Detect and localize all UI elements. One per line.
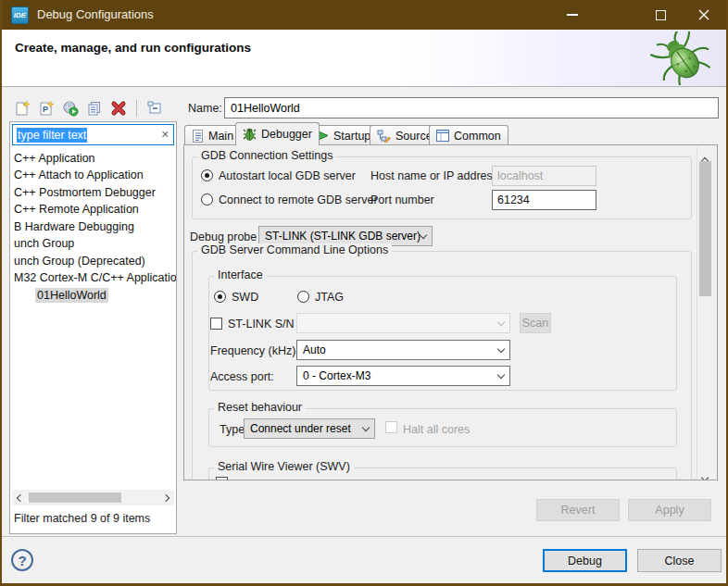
tree-hscrollbar[interactable] (12, 490, 174, 505)
svg-text:P: P (43, 105, 48, 114)
tree-item[interactable]: C++ Application (11, 150, 176, 167)
tree-item[interactable]: C++ Attach to Application (11, 167, 176, 183)
tree-item[interactable]: unch Group (11, 235, 176, 252)
radio-jtag[interactable] (297, 291, 309, 303)
new-configuration-button[interactable] (13, 99, 31, 118)
reset-type-select[interactable]: Connect under reset (244, 418, 375, 439)
close-icon (698, 9, 709, 20)
tab-debugger[interactable]: Debugger (235, 122, 320, 145)
window-title: Debug Configurations (37, 7, 154, 21)
close-dialog-button[interactable]: Close (637, 549, 722, 572)
minimize-icon (567, 14, 578, 16)
collapse-all-icon (146, 100, 163, 117)
halt-all-cores-checkbox[interactable] (385, 421, 397, 433)
group-title-interface: Interface (214, 268, 267, 281)
radio-autostart-label: Autostart local GDB server (219, 169, 356, 183)
tree-item[interactable]: M32 Cortex-M C/C++ Applicatio (11, 269, 176, 286)
tab-main[interactable]: Main (184, 125, 241, 145)
tree-item[interactable]: C++ Remote Application (11, 201, 176, 218)
access-port-select[interactable]: 0 - Cortex-M3 (296, 366, 510, 386)
host-input[interactable]: localhost (492, 166, 596, 186)
group-title-gdb-server: GDB Server Command Line Options (197, 243, 392, 256)
apply-button[interactable]: Apply (628, 499, 711, 521)
tree-item-selected[interactable]: 01HelloWorld (11, 287, 176, 304)
duplicate-button[interactable] (85, 99, 104, 118)
tab-label: Startup (333, 130, 370, 143)
group-title-reset: Reset behaviour (214, 401, 306, 414)
tree-item[interactable]: C++ Postmortem Debugger (11, 184, 176, 201)
jtag-label: JTAG (315, 291, 344, 305)
delete-button[interactable] (109, 99, 128, 118)
group-title-swv: Serial Wire Viewer (SWV) (214, 460, 354, 473)
new-prototype-icon: P (38, 100, 55, 117)
radio-connect-remote[interactable] (201, 193, 213, 206)
tab-label: Debugger (261, 128, 312, 141)
footer-separator (2, 536, 726, 537)
radio-autostart-gdb[interactable] (201, 169, 213, 181)
swd-label: SWD (232, 291, 258, 305)
collapse-all-button[interactable] (145, 99, 164, 118)
chevron-down-icon (362, 423, 370, 430)
scan-button[interactable]: Scan (520, 313, 551, 333)
name-input[interactable] (224, 97, 719, 118)
access-port-label: Access port: (210, 370, 274, 384)
scroll-left-icon[interactable] (12, 490, 27, 505)
scroll-down-icon[interactable] (702, 468, 708, 480)
delete-icon (110, 100, 127, 117)
source-tree-icon (377, 130, 391, 143)
tab-startup[interactable]: Startup (309, 125, 378, 145)
minimize-button[interactable] (551, 0, 594, 30)
port-input[interactable]: 61234 (492, 190, 596, 210)
stlink-sn-checkbox[interactable] (210, 318, 222, 330)
duplicate-icon (86, 100, 103, 117)
chevron-down-icon (497, 370, 505, 378)
frequency-select[interactable]: Auto (296, 340, 510, 360)
filter-clear-icon[interactable]: ✕ (161, 129, 169, 141)
help-button[interactable]: ? (11, 549, 33, 571)
scroll-right-icon[interactable] (159, 490, 174, 505)
left-panel: type filter text ✕ C++ Application C++ A… (9, 121, 177, 534)
filter-input[interactable]: type filter text ✕ (12, 124, 174, 145)
chevron-down-icon (497, 318, 505, 325)
debugger-tab-content: GDB Connection Settings Autostart local … (183, 144, 718, 480)
tab-label: Source (395, 130, 433, 143)
tab-label: Main (208, 130, 233, 143)
tab-label: Common (454, 130, 501, 143)
bug-icon (243, 128, 257, 141)
host-label: Host name or IP address (370, 169, 498, 183)
close-button[interactable] (683, 0, 725, 30)
swv-enable-checkbox[interactable] (216, 477, 228, 480)
radio-swd[interactable] (214, 291, 226, 303)
window-titlebar: IDE Debug Configurations (2, 0, 726, 30)
header-banner: Create, manage, and run configurations (2, 30, 726, 87)
maximize-button[interactable] (639, 0, 682, 30)
document-icon (192, 130, 204, 143)
debug-probe-label: Debug probe (190, 231, 257, 244)
content-vscrollbar[interactable] (697, 146, 712, 480)
beetle-image (650, 31, 713, 85)
table-icon (436, 130, 449, 142)
new-prototype-button[interactable]: P (37, 99, 56, 118)
port-label: Port number (370, 193, 434, 207)
vscroll-thumb[interactable] (699, 161, 711, 296)
tab-common[interactable]: Common (429, 125, 508, 145)
filter-status: Filter matched 9 of 9 items (14, 512, 150, 525)
maximize-icon (656, 10, 666, 20)
banner-title: Create, manage, and run configurations (15, 41, 251, 55)
group-gdb-connection (192, 156, 692, 219)
stlink-sn-select[interactable] (296, 313, 510, 333)
filter-text: type filter text (17, 128, 87, 143)
debug-configurations-dialog: IDE Debug Configurations Create, manage,… (0, 0, 728, 586)
config-toolbar: P (9, 97, 164, 119)
frequency-label: Frequency (kHz): (210, 344, 299, 358)
new-configuration-icon (14, 100, 31, 117)
debug-button[interactable]: Debug (543, 549, 627, 572)
revert-button[interactable]: Revert (536, 499, 620, 521)
stlink-sn-label: ST-LINK S/N (228, 318, 295, 331)
chevron-down-icon (497, 344, 505, 352)
export-button[interactable] (61, 99, 80, 118)
tree-item[interactable]: unch Group (Deprecated) (11, 253, 176, 269)
tree-item[interactable]: B Hardware Debugging (11, 218, 176, 235)
hscroll-thumb[interactable] (29, 492, 121, 503)
toolbar-separator (136, 100, 137, 117)
